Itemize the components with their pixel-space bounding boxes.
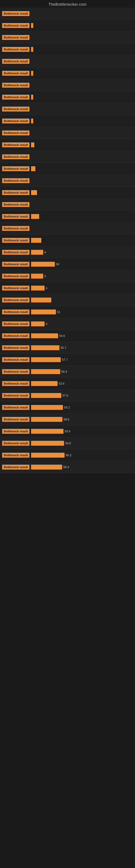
bottleneck-label: Bottleneck result xyxy=(2,166,30,171)
table-row: Bottleneck result4 xyxy=(0,246,135,258)
bar-container: 54.6 xyxy=(31,333,133,338)
result-bar xyxy=(31,405,63,410)
table-row: Bottleneck result xyxy=(0,79,135,91)
result-bar xyxy=(31,369,60,374)
bottleneck-label: Bottleneck result xyxy=(2,238,30,243)
site-title: TheBottlenecker.com xyxy=(0,0,135,8)
result-bar xyxy=(31,71,33,76)
bar-container: 4 xyxy=(31,250,133,255)
result-value: 54.6 xyxy=(59,334,65,337)
table-row: Bottleneck result xyxy=(0,187,135,198)
table-row: Bottleneck result xyxy=(0,103,135,115)
bottleneck-label: Bottleneck result xyxy=(2,59,30,64)
result-value: 56.4 xyxy=(61,370,67,373)
result-bar xyxy=(31,333,58,338)
bottleneck-label: Bottleneck result xyxy=(2,393,30,398)
table-row: Bottleneck result57.7 xyxy=(0,354,135,366)
bar-container xyxy=(31,238,133,243)
result-bar xyxy=(31,95,33,99)
bottleneck-label: Bottleneck result xyxy=(2,143,30,147)
bar-container: 53.6 xyxy=(31,381,133,386)
result-bar xyxy=(31,250,43,255)
table-row: Bottleneck result xyxy=(0,294,135,306)
bottleneck-label: Bottleneck result xyxy=(2,226,30,231)
bottleneck-label: Bottleneck result xyxy=(2,298,30,303)
result-value: 53.6 xyxy=(58,382,64,385)
table-row: Bottleneck result56.4 xyxy=(0,366,135,378)
result-bar xyxy=(31,274,43,279)
table-row: Bottleneck result xyxy=(0,151,135,163)
table-row: Bottleneck result xyxy=(0,55,135,67)
table-row: Bottleneck result xyxy=(0,31,135,43)
bar-container: 51 xyxy=(31,310,133,314)
table-row: Bottleneck result51 xyxy=(0,306,135,318)
result-bar xyxy=(31,345,59,350)
result-bar xyxy=(31,262,55,267)
result-bar xyxy=(31,310,56,314)
result-bar xyxy=(31,143,34,147)
bottleneck-label: Bottleneck result xyxy=(2,190,30,195)
result-value: 55.7 xyxy=(60,346,66,349)
table-row: Bottleneck result57.5 xyxy=(0,390,135,401)
result-bar xyxy=(31,321,45,326)
bottleneck-label: Bottleneck result xyxy=(2,310,30,314)
bar-container xyxy=(31,95,133,99)
bottleneck-label: Bottleneck result xyxy=(2,202,30,207)
table-row: Bottleneck result4 xyxy=(0,270,135,282)
bottleneck-label: Bottleneck result xyxy=(2,453,30,458)
bottleneck-label: Bottleneck result xyxy=(2,119,30,123)
table-row: Bottleneck result xyxy=(0,222,135,235)
bar-container xyxy=(31,166,133,171)
bottleneck-label: Bottleneck result xyxy=(2,345,30,350)
bar-container xyxy=(31,47,133,52)
bottleneck-label: Bottleneck result xyxy=(2,83,30,88)
result-bar xyxy=(31,166,35,171)
table-row: Bottleneck result58.4 xyxy=(0,461,135,473)
bottleneck-label: Bottleneck result xyxy=(2,71,30,76)
result-bar xyxy=(31,23,33,28)
bottleneck-label: Bottleneck result xyxy=(2,130,30,135)
result-value: 59.4 xyxy=(64,430,70,433)
result-bar xyxy=(31,381,57,386)
result-bar xyxy=(31,298,51,303)
table-row: Bottleneck result xyxy=(0,211,135,222)
bottleneck-label: Bottleneck result xyxy=(2,381,30,386)
table-row: Bottleneck result xyxy=(0,8,135,20)
bottleneck-label: Bottleneck result xyxy=(2,106,30,112)
table-row: Bottleneck result58.6 xyxy=(0,413,135,425)
result-value: 59.8 xyxy=(65,442,71,445)
result-value: 4 xyxy=(46,322,47,326)
bottleneck-label: Bottleneck result xyxy=(2,214,30,219)
table-row: Bottleneck result xyxy=(0,20,135,31)
bar-container: 57.7 xyxy=(31,357,133,362)
bar-container: 4 xyxy=(31,321,133,326)
bottleneck-label: Bottleneck result xyxy=(2,47,30,52)
result-value: 58.6 xyxy=(63,418,69,421)
bar-container xyxy=(31,190,133,195)
table-row: Bottleneck result xyxy=(0,235,135,246)
bar-container: 59.8 xyxy=(31,441,133,446)
bar-container xyxy=(31,298,133,303)
table-row: Bottleneck result xyxy=(0,115,135,127)
bar-container xyxy=(31,23,133,28)
bar-container: 55.7 xyxy=(31,345,133,350)
table-row: Bottleneck result53.6 xyxy=(0,378,135,390)
result-bar xyxy=(31,465,62,469)
bar-container: 57.5 xyxy=(31,393,133,398)
bar-container: 56.4 xyxy=(31,369,133,374)
bar-container xyxy=(31,71,133,76)
result-bar xyxy=(31,286,45,290)
table-row: Bottleneck result59.8 xyxy=(0,437,135,449)
result-value: 59.2 xyxy=(64,406,70,409)
result-value: 4 xyxy=(46,286,47,290)
bottleneck-label: Bottleneck result xyxy=(2,23,30,28)
table-row: Bottleneck result60.2 xyxy=(0,449,135,461)
bar-container: 4 xyxy=(31,274,133,279)
bar-container xyxy=(31,214,133,219)
bottleneck-label: Bottleneck result xyxy=(2,417,30,422)
bar-container: 59.4 xyxy=(31,429,133,434)
bar-container: 58.4 xyxy=(31,465,133,469)
table-row: Bottleneck result55.7 xyxy=(0,342,135,354)
table-row: Bottleneck result xyxy=(0,139,135,151)
result-value: 4 xyxy=(44,275,46,278)
